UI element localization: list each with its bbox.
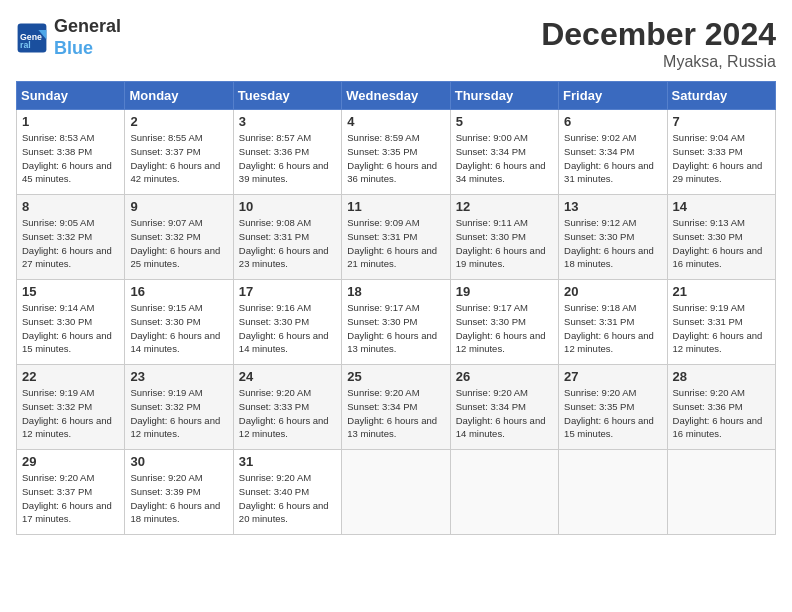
day-number: 10 bbox=[239, 199, 336, 214]
day-info: Sunrise: 9:02 AMSunset: 3:34 PMDaylight:… bbox=[564, 132, 654, 184]
logo: Gene ral General Blue bbox=[16, 16, 121, 59]
calendar-day-cell: 26 Sunrise: 9:20 AMSunset: 3:34 PMDaylig… bbox=[450, 365, 558, 450]
calendar-day-cell bbox=[559, 450, 667, 535]
day-info: Sunrise: 8:53 AMSunset: 3:38 PMDaylight:… bbox=[22, 132, 112, 184]
day-number: 2 bbox=[130, 114, 227, 129]
day-number: 17 bbox=[239, 284, 336, 299]
day-info: Sunrise: 8:59 AMSunset: 3:35 PMDaylight:… bbox=[347, 132, 437, 184]
day-info: Sunrise: 9:09 AMSunset: 3:31 PMDaylight:… bbox=[347, 217, 437, 269]
calendar-day-cell: 3 Sunrise: 8:57 AMSunset: 3:36 PMDayligh… bbox=[233, 110, 341, 195]
location-title: Myaksa, Russia bbox=[541, 53, 776, 71]
day-info: Sunrise: 9:20 AMSunset: 3:40 PMDaylight:… bbox=[239, 472, 329, 524]
day-info: Sunrise: 9:19 AMSunset: 3:31 PMDaylight:… bbox=[673, 302, 763, 354]
day-info: Sunrise: 8:57 AMSunset: 3:36 PMDaylight:… bbox=[239, 132, 329, 184]
day-number: 27 bbox=[564, 369, 661, 384]
day-number: 5 bbox=[456, 114, 553, 129]
calendar-day-cell bbox=[342, 450, 450, 535]
calendar-day-cell: 30 Sunrise: 9:20 AMSunset: 3:39 PMDaylig… bbox=[125, 450, 233, 535]
day-number: 9 bbox=[130, 199, 227, 214]
day-info: Sunrise: 9:16 AMSunset: 3:30 PMDaylight:… bbox=[239, 302, 329, 354]
day-info: Sunrise: 9:20 AMSunset: 3:36 PMDaylight:… bbox=[673, 387, 763, 439]
day-number: 21 bbox=[673, 284, 770, 299]
day-info: Sunrise: 9:20 AMSunset: 3:34 PMDaylight:… bbox=[456, 387, 546, 439]
calendar-week-row: 1 Sunrise: 8:53 AMSunset: 3:38 PMDayligh… bbox=[17, 110, 776, 195]
weekday-header: Wednesday bbox=[342, 82, 450, 110]
day-info: Sunrise: 9:11 AMSunset: 3:30 PMDaylight:… bbox=[456, 217, 546, 269]
day-number: 11 bbox=[347, 199, 444, 214]
day-number: 20 bbox=[564, 284, 661, 299]
calendar-day-cell: 21 Sunrise: 9:19 AMSunset: 3:31 PMDaylig… bbox=[667, 280, 775, 365]
weekday-header: Sunday bbox=[17, 82, 125, 110]
day-info: Sunrise: 9:00 AMSunset: 3:34 PMDaylight:… bbox=[456, 132, 546, 184]
calendar-day-cell: 29 Sunrise: 9:20 AMSunset: 3:37 PMDaylig… bbox=[17, 450, 125, 535]
day-info: Sunrise: 8:55 AMSunset: 3:37 PMDaylight:… bbox=[130, 132, 220, 184]
day-info: Sunrise: 9:08 AMSunset: 3:31 PMDaylight:… bbox=[239, 217, 329, 269]
calendar-day-cell: 20 Sunrise: 9:18 AMSunset: 3:31 PMDaylig… bbox=[559, 280, 667, 365]
calendar-day-cell: 11 Sunrise: 9:09 AMSunset: 3:31 PMDaylig… bbox=[342, 195, 450, 280]
calendar-day-cell: 19 Sunrise: 9:17 AMSunset: 3:30 PMDaylig… bbox=[450, 280, 558, 365]
day-number: 8 bbox=[22, 199, 119, 214]
day-number: 25 bbox=[347, 369, 444, 384]
day-number: 16 bbox=[130, 284, 227, 299]
calendar-day-cell: 9 Sunrise: 9:07 AMSunset: 3:32 PMDayligh… bbox=[125, 195, 233, 280]
calendar-day-cell bbox=[667, 450, 775, 535]
calendar-day-cell: 7 Sunrise: 9:04 AMSunset: 3:33 PMDayligh… bbox=[667, 110, 775, 195]
calendar-day-cell: 24 Sunrise: 9:20 AMSunset: 3:33 PMDaylig… bbox=[233, 365, 341, 450]
calendar-table: SundayMondayTuesdayWednesdayThursdayFrid… bbox=[16, 81, 776, 535]
day-info: Sunrise: 9:13 AMSunset: 3:30 PMDaylight:… bbox=[673, 217, 763, 269]
day-number: 15 bbox=[22, 284, 119, 299]
calendar-day-cell: 17 Sunrise: 9:16 AMSunset: 3:30 PMDaylig… bbox=[233, 280, 341, 365]
calendar-day-cell: 13 Sunrise: 9:12 AMSunset: 3:30 PMDaylig… bbox=[559, 195, 667, 280]
calendar-day-cell: 10 Sunrise: 9:08 AMSunset: 3:31 PMDaylig… bbox=[233, 195, 341, 280]
day-info: Sunrise: 9:20 AMSunset: 3:35 PMDaylight:… bbox=[564, 387, 654, 439]
calendar-day-cell: 4 Sunrise: 8:59 AMSunset: 3:35 PMDayligh… bbox=[342, 110, 450, 195]
calendar-day-cell: 25 Sunrise: 9:20 AMSunset: 3:34 PMDaylig… bbox=[342, 365, 450, 450]
calendar-day-cell: 23 Sunrise: 9:19 AMSunset: 3:32 PMDaylig… bbox=[125, 365, 233, 450]
calendar-week-row: 8 Sunrise: 9:05 AMSunset: 3:32 PMDayligh… bbox=[17, 195, 776, 280]
calendar-body: 1 Sunrise: 8:53 AMSunset: 3:38 PMDayligh… bbox=[17, 110, 776, 535]
calendar-day-cell: 31 Sunrise: 9:20 AMSunset: 3:40 PMDaylig… bbox=[233, 450, 341, 535]
day-number: 28 bbox=[673, 369, 770, 384]
day-info: Sunrise: 9:17 AMSunset: 3:30 PMDaylight:… bbox=[456, 302, 546, 354]
day-number: 22 bbox=[22, 369, 119, 384]
day-number: 13 bbox=[564, 199, 661, 214]
day-info: Sunrise: 9:19 AMSunset: 3:32 PMDaylight:… bbox=[22, 387, 112, 439]
calendar-week-row: 22 Sunrise: 9:19 AMSunset: 3:32 PMDaylig… bbox=[17, 365, 776, 450]
calendar-day-cell: 28 Sunrise: 9:20 AMSunset: 3:36 PMDaylig… bbox=[667, 365, 775, 450]
day-number: 12 bbox=[456, 199, 553, 214]
day-info: Sunrise: 9:05 AMSunset: 3:32 PMDaylight:… bbox=[22, 217, 112, 269]
day-info: Sunrise: 9:17 AMSunset: 3:30 PMDaylight:… bbox=[347, 302, 437, 354]
weekday-header: Monday bbox=[125, 82, 233, 110]
weekday-header: Friday bbox=[559, 82, 667, 110]
day-number: 7 bbox=[673, 114, 770, 129]
calendar-day-cell: 2 Sunrise: 8:55 AMSunset: 3:37 PMDayligh… bbox=[125, 110, 233, 195]
day-info: Sunrise: 9:04 AMSunset: 3:33 PMDaylight:… bbox=[673, 132, 763, 184]
day-number: 29 bbox=[22, 454, 119, 469]
day-info: Sunrise: 9:14 AMSunset: 3:30 PMDaylight:… bbox=[22, 302, 112, 354]
month-title: December 2024 bbox=[541, 16, 776, 53]
day-info: Sunrise: 9:20 AMSunset: 3:39 PMDaylight:… bbox=[130, 472, 220, 524]
day-number: 26 bbox=[456, 369, 553, 384]
weekday-header: Saturday bbox=[667, 82, 775, 110]
weekday-header: Thursday bbox=[450, 82, 558, 110]
day-info: Sunrise: 9:20 AMSunset: 3:33 PMDaylight:… bbox=[239, 387, 329, 439]
day-info: Sunrise: 9:19 AMSunset: 3:32 PMDaylight:… bbox=[130, 387, 220, 439]
day-number: 18 bbox=[347, 284, 444, 299]
day-number: 30 bbox=[130, 454, 227, 469]
title-area: December 2024 Myaksa, Russia bbox=[541, 16, 776, 71]
logo-line1: General bbox=[54, 16, 121, 38]
day-info: Sunrise: 9:12 AMSunset: 3:30 PMDaylight:… bbox=[564, 217, 654, 269]
calendar-day-cell: 8 Sunrise: 9:05 AMSunset: 3:32 PMDayligh… bbox=[17, 195, 125, 280]
day-info: Sunrise: 9:07 AMSunset: 3:32 PMDaylight:… bbox=[130, 217, 220, 269]
weekday-header: Tuesday bbox=[233, 82, 341, 110]
day-info: Sunrise: 9:20 AMSunset: 3:37 PMDaylight:… bbox=[22, 472, 112, 524]
calendar-day-cell: 18 Sunrise: 9:17 AMSunset: 3:30 PMDaylig… bbox=[342, 280, 450, 365]
svg-text:ral: ral bbox=[20, 40, 31, 50]
calendar-day-cell: 5 Sunrise: 9:00 AMSunset: 3:34 PMDayligh… bbox=[450, 110, 558, 195]
calendar-week-row: 15 Sunrise: 9:14 AMSunset: 3:30 PMDaylig… bbox=[17, 280, 776, 365]
calendar-header-row: SundayMondayTuesdayWednesdayThursdayFrid… bbox=[17, 82, 776, 110]
calendar-day-cell bbox=[450, 450, 558, 535]
calendar-day-cell: 15 Sunrise: 9:14 AMSunset: 3:30 PMDaylig… bbox=[17, 280, 125, 365]
day-number: 23 bbox=[130, 369, 227, 384]
day-number: 24 bbox=[239, 369, 336, 384]
